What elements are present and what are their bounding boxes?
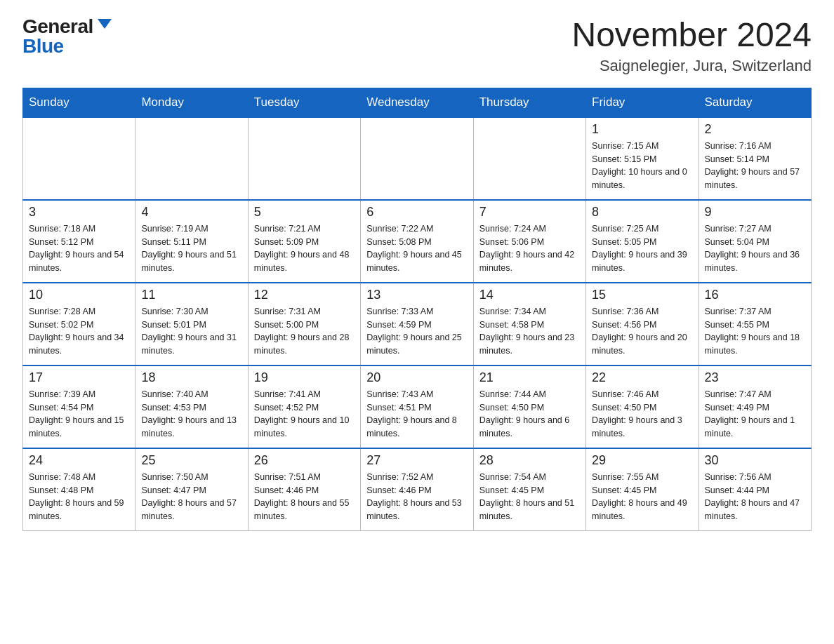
calendar-cell: 22Sunrise: 7:46 AMSunset: 4:50 PMDayligh… — [586, 365, 699, 448]
week-row-4: 17Sunrise: 7:39 AMSunset: 4:54 PMDayligh… — [23, 365, 812, 448]
calendar-cell: 6Sunrise: 7:22 AMSunset: 5:08 PMDaylight… — [361, 200, 473, 283]
day-info: Sunrise: 7:51 AMSunset: 4:46 PMDaylight:… — [254, 471, 355, 523]
calendar-cell: 7Sunrise: 7:24 AMSunset: 5:06 PMDaylight… — [473, 200, 585, 283]
header-day-monday: Monday — [135, 88, 248, 117]
calendar-cell: 12Sunrise: 7:31 AMSunset: 5:00 PMDayligh… — [248, 283, 360, 365]
calendar-cell: 14Sunrise: 7:34 AMSunset: 4:58 PMDayligh… — [473, 283, 585, 365]
calendar-cell: 26Sunrise: 7:51 AMSunset: 4:46 PMDayligh… — [248, 448, 360, 531]
day-info: Sunrise: 7:41 AMSunset: 4:52 PMDaylight:… — [254, 388, 355, 441]
header-day-wednesday: Wednesday — [361, 88, 473, 117]
day-info: Sunrise: 7:27 AMSunset: 5:04 PMDaylight:… — [705, 222, 805, 275]
calendar-cell: 11Sunrise: 7:30 AMSunset: 5:01 PMDayligh… — [135, 283, 248, 365]
day-info: Sunrise: 7:48 AMSunset: 4:48 PMDaylight:… — [29, 471, 129, 523]
day-info: Sunrise: 7:22 AMSunset: 5:08 PMDaylight:… — [366, 222, 467, 275]
calendar-cell: 23Sunrise: 7:47 AMSunset: 4:49 PMDayligh… — [699, 365, 811, 448]
day-info: Sunrise: 7:39 AMSunset: 4:54 PMDaylight:… — [29, 388, 129, 441]
week-row-5: 24Sunrise: 7:48 AMSunset: 4:48 PMDayligh… — [23, 448, 812, 531]
calendar-cell: 10Sunrise: 7:28 AMSunset: 5:02 PMDayligh… — [23, 283, 135, 365]
header-row: SundayMondayTuesdayWednesdayThursdayFrid… — [23, 88, 812, 117]
day-number: 1 — [592, 122, 692, 137]
day-info: Sunrise: 7:25 AMSunset: 5:05 PMDaylight:… — [592, 222, 692, 275]
calendar-cell: 30Sunrise: 7:56 AMSunset: 4:44 PMDayligh… — [699, 448, 811, 531]
day-info: Sunrise: 7:15 AMSunset: 5:15 PMDaylight:… — [592, 140, 692, 192]
month-title: November 2024 — [571, 17, 812, 54]
day-number: 24 — [29, 453, 129, 468]
day-number: 4 — [141, 205, 241, 220]
day-info: Sunrise: 7:55 AMSunset: 4:45 PMDaylight:… — [592, 471, 692, 523]
day-number: 23 — [705, 370, 805, 385]
calendar-cell — [473, 117, 585, 200]
calendar-table: SundayMondayTuesdayWednesdayThursdayFrid… — [22, 88, 812, 531]
day-info: Sunrise: 7:19 AMSunset: 5:11 PMDaylight:… — [141, 222, 241, 275]
day-number: 19 — [254, 370, 355, 385]
day-number: 3 — [29, 205, 129, 220]
day-number: 30 — [705, 453, 805, 468]
day-number: 17 — [29, 370, 129, 385]
day-number: 6 — [366, 205, 467, 220]
day-number: 25 — [141, 453, 241, 468]
calendar-cell: 9Sunrise: 7:27 AMSunset: 5:04 PMDaylight… — [699, 200, 811, 283]
day-info: Sunrise: 7:54 AMSunset: 4:45 PMDaylight:… — [479, 471, 580, 523]
day-info: Sunrise: 7:33 AMSunset: 4:59 PMDaylight:… — [366, 305, 467, 358]
day-number: 5 — [254, 205, 355, 220]
calendar-cell — [135, 117, 248, 200]
week-row-2: 3Sunrise: 7:18 AMSunset: 5:12 PMDaylight… — [23, 200, 812, 283]
day-info: Sunrise: 7:56 AMSunset: 4:44 PMDaylight:… — [705, 471, 805, 523]
calendar-body: 1Sunrise: 7:15 AMSunset: 5:15 PMDaylight… — [23, 117, 812, 531]
day-number: 28 — [479, 453, 580, 468]
calendar-cell: 4Sunrise: 7:19 AMSunset: 5:11 PMDaylight… — [135, 200, 248, 283]
calendar-header: SundayMondayTuesdayWednesdayThursdayFrid… — [23, 88, 812, 117]
day-info: Sunrise: 7:50 AMSunset: 4:47 PMDaylight:… — [141, 471, 241, 523]
header-day-sunday: Sunday — [23, 88, 135, 117]
calendar-cell — [361, 117, 473, 200]
day-number: 21 — [479, 370, 580, 385]
calendar-cell: 5Sunrise: 7:21 AMSunset: 5:09 PMDaylight… — [248, 200, 360, 283]
calendar-cell: 2Sunrise: 7:16 AMSunset: 5:14 PMDaylight… — [699, 117, 811, 200]
day-info: Sunrise: 7:43 AMSunset: 4:51 PMDaylight:… — [366, 388, 467, 441]
day-number: 18 — [141, 370, 241, 385]
logo-blue-text: Blue — [22, 35, 64, 57]
day-info: Sunrise: 7:30 AMSunset: 5:01 PMDaylight:… — [141, 305, 241, 358]
calendar-cell: 20Sunrise: 7:43 AMSunset: 4:51 PMDayligh… — [361, 365, 473, 448]
day-number: 11 — [141, 288, 241, 302]
calendar-cell: 25Sunrise: 7:50 AMSunset: 4:47 PMDayligh… — [135, 448, 248, 531]
calendar-cell: 17Sunrise: 7:39 AMSunset: 4:54 PMDayligh… — [23, 365, 135, 448]
calendar-cell — [23, 117, 135, 200]
day-info: Sunrise: 7:24 AMSunset: 5:06 PMDaylight:… — [479, 222, 580, 275]
calendar-cell: 29Sunrise: 7:55 AMSunset: 4:45 PMDayligh… — [586, 448, 699, 531]
day-info: Sunrise: 7:36 AMSunset: 4:56 PMDaylight:… — [592, 305, 692, 358]
calendar-cell: 21Sunrise: 7:44 AMSunset: 4:50 PMDayligh… — [473, 365, 585, 448]
day-number: 2 — [705, 122, 805, 137]
logo: General Blue — [22, 17, 112, 56]
header-day-tuesday: Tuesday — [248, 88, 360, 117]
day-number: 29 — [592, 453, 692, 468]
day-number: 14 — [479, 288, 580, 302]
page-header: General Blue November 2024 Saignelegier,… — [22, 17, 812, 75]
calendar-cell: 15Sunrise: 7:36 AMSunset: 4:56 PMDayligh… — [586, 283, 699, 365]
calendar-cell: 27Sunrise: 7:52 AMSunset: 4:46 PMDayligh… — [361, 448, 473, 531]
day-number: 8 — [592, 205, 692, 220]
day-number: 16 — [705, 288, 805, 302]
header-day-friday: Friday — [586, 88, 699, 117]
day-info: Sunrise: 7:44 AMSunset: 4:50 PMDaylight:… — [479, 388, 580, 441]
day-number: 26 — [254, 453, 355, 468]
day-info: Sunrise: 7:52 AMSunset: 4:46 PMDaylight:… — [366, 471, 467, 523]
calendar-cell: 24Sunrise: 7:48 AMSunset: 4:48 PMDayligh… — [23, 448, 135, 531]
day-number: 13 — [366, 288, 467, 302]
day-info: Sunrise: 7:47 AMSunset: 4:49 PMDaylight:… — [705, 388, 805, 441]
day-number: 10 — [29, 288, 129, 302]
day-number: 15 — [592, 288, 692, 302]
calendar-cell: 16Sunrise: 7:37 AMSunset: 4:55 PMDayligh… — [699, 283, 811, 365]
logo-triangle-icon — [98, 19, 112, 29]
calendar-cell: 8Sunrise: 7:25 AMSunset: 5:05 PMDaylight… — [586, 200, 699, 283]
day-info: Sunrise: 7:18 AMSunset: 5:12 PMDaylight:… — [29, 222, 129, 275]
day-info: Sunrise: 7:40 AMSunset: 4:53 PMDaylight:… — [141, 388, 241, 441]
day-number: 20 — [366, 370, 467, 385]
day-info: Sunrise: 7:28 AMSunset: 5:02 PMDaylight:… — [29, 305, 129, 358]
calendar-cell: 18Sunrise: 7:40 AMSunset: 4:53 PMDayligh… — [135, 365, 248, 448]
title-block: November 2024 Saignelegier, Jura, Switze… — [571, 17, 812, 75]
day-info: Sunrise: 7:34 AMSunset: 4:58 PMDaylight:… — [479, 305, 580, 358]
day-number: 27 — [366, 453, 467, 468]
week-row-3: 10Sunrise: 7:28 AMSunset: 5:02 PMDayligh… — [23, 283, 812, 365]
calendar-cell: 1Sunrise: 7:15 AMSunset: 5:15 PMDaylight… — [586, 117, 699, 200]
